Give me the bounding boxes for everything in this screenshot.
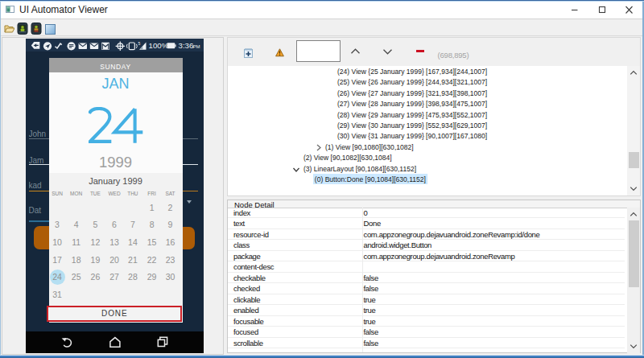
svg-text:3:36: 3:36 <box>179 41 194 50</box>
svg-text:PM: PM <box>193 44 200 49</box>
svg-text:100%: 100% <box>149 41 169 50</box>
svg-text:5: 5 <box>138 41 141 46</box>
